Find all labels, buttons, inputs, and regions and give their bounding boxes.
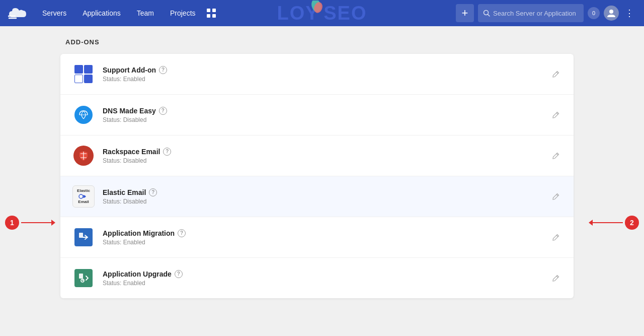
svg-line-11: [556, 113, 558, 114]
help-icon-rackspace[interactable]: ?: [163, 148, 171, 156]
support-icon: [72, 63, 95, 85]
migration-icon: [72, 226, 95, 248]
annotation-1: 1: [5, 216, 55, 230]
search-icon: [483, 10, 490, 17]
avatar[interactable]: [604, 6, 619, 21]
notification-badge[interactable]: 0: [588, 7, 600, 19]
svg-rect-0: [207, 9, 210, 12]
addon-info-elastic: Elastic Email ? Status: Disabled: [103, 188, 550, 205]
grid-button[interactable]: [205, 7, 218, 20]
search-input[interactable]: [493, 10, 579, 17]
addon-status-upgrade: Status: Enabled: [103, 280, 550, 287]
addon-info-upgrade: Application Upgrade ? Status: Enabled: [103, 270, 550, 287]
svg-line-15: [556, 194, 558, 196]
addon-row-upgrade: Application Upgrade ? Status: Enabled: [60, 258, 574, 298]
annotation-2: 2: [589, 216, 639, 230]
svg-point-14: [79, 194, 83, 198]
addon-status-migration: Status: Enabled: [103, 239, 550, 246]
addon-row-support: Support Add-on ? Status: Enabled: [60, 54, 574, 95]
pencil-icon: [552, 111, 559, 118]
nav-servers[interactable]: Servers: [39, 7, 69, 19]
section-title: ADD-ONS: [60, 38, 644, 46]
svg-rect-1: [212, 9, 216, 12]
addon-row-elastic: Elastic Email Elastic Email ? Status: Di…: [60, 176, 574, 217]
addon-status-rackspace: Status: Disabled: [103, 157, 550, 164]
nav-links: Servers Applications Team Projects: [39, 7, 199, 19]
annotation-circle-2: 2: [625, 216, 639, 230]
edit-button-migration[interactable]: [550, 232, 561, 243]
addon-name-upgrade: Application Upgrade ?: [103, 270, 550, 278]
addon-name-dns: DNS Made Easy ?: [103, 107, 550, 115]
help-icon-migration[interactable]: ?: [178, 229, 186, 237]
pencil-icon: [552, 71, 559, 78]
upgrade-icon: [72, 267, 95, 289]
addon-name-migration: Application Migration ?: [103, 229, 550, 237]
addon-info-migration: Application Migration ? Status: Enabled: [103, 229, 550, 246]
addons-card: Support Add-on ? Status: Enabled: [60, 54, 574, 298]
svg-line-13: [556, 154, 558, 155]
addon-status-support: Status: Enabled: [103, 76, 550, 83]
addon-row-rackspace: Rackspace Email ? Status: Disabled: [60, 136, 574, 176]
pencil-icon: [552, 193, 559, 200]
addon-info-dns: DNS Made Easy ? Status: Disabled: [103, 107, 550, 123]
help-icon-support[interactable]: ?: [159, 66, 167, 74]
pencil-icon: [552, 234, 559, 241]
navbar: Servers Applications Team Projects LO Y …: [0, 0, 644, 26]
edit-button-elastic[interactable]: [550, 191, 561, 202]
addon-info-rackspace: Rackspace Email ? Status: Disabled: [103, 148, 550, 164]
pencil-icon: [552, 152, 559, 159]
main-content: ADD-ONS Support Add-on ? Status: Enabled: [0, 26, 644, 310]
svg-line-7: [488, 15, 490, 17]
nav-projects[interactable]: Projects: [167, 7, 199, 19]
svg-line-21: [556, 276, 558, 278]
svg-line-18: [556, 235, 558, 237]
logo: [8, 6, 29, 21]
svg-rect-19: [79, 274, 83, 279]
svg-rect-16: [79, 233, 83, 238]
addon-name-rackspace: Rackspace Email ?: [103, 148, 550, 156]
search-bar: [478, 4, 584, 22]
edit-button-dns[interactable]: [550, 109, 561, 120]
svg-rect-2: [207, 14, 210, 18]
addon-info-support: Support Add-on ? Status: Enabled: [103, 66, 550, 83]
addon-name-elastic: Elastic Email ?: [103, 188, 550, 196]
nav-applications[interactable]: Applications: [79, 7, 124, 19]
addon-row-migration: Application Migration ? Status: Enabled: [60, 217, 574, 258]
more-options-button[interactable]: ⋮: [623, 6, 636, 21]
svg-line-9: [556, 72, 558, 74]
edit-button-rackspace[interactable]: [550, 150, 561, 161]
pencil-icon: [552, 275, 559, 282]
elastic-icon: Elastic Email: [72, 185, 95, 208]
addon-row-dns: DNS Made Easy ? Status: Disabled: [60, 95, 574, 136]
help-icon-dns[interactable]: ?: [159, 107, 167, 115]
brand-logo: LO Y SEO: [277, 3, 367, 24]
addon-name-support: Support Add-on ?: [103, 66, 550, 74]
annotation-circle-1: 1: [5, 216, 19, 230]
dns-icon: [72, 104, 95, 126]
edit-button-upgrade[interactable]: [550, 273, 561, 284]
rackspace-icon: [72, 145, 95, 167]
navbar-right: + 0 ⋮: [456, 4, 636, 22]
add-button[interactable]: +: [456, 4, 474, 22]
help-icon-elastic[interactable]: ?: [149, 188, 157, 196]
addon-status-dns: Status: Disabled: [103, 116, 550, 123]
svg-point-8: [609, 10, 613, 14]
svg-rect-3: [212, 14, 216, 18]
help-icon-upgrade[interactable]: ?: [175, 270, 183, 278]
addon-status-elastic: Status: Disabled: [103, 198, 550, 205]
nav-team[interactable]: Team: [134, 7, 157, 19]
edit-button-support[interactable]: [550, 69, 561, 80]
